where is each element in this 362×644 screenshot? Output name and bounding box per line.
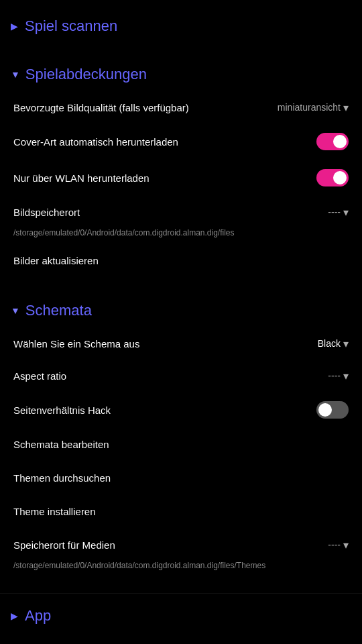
seitenverhaeltnis-hack-toggle[interactable] bbox=[316, 401, 349, 419]
spielabdeckungen-header[interactable]: ▼ Spielabdeckungen bbox=[0, 58, 362, 91]
schema-auswaehlen-value: Black bbox=[318, 338, 341, 349]
schema-auswaehlen-label: Wählen Sie ein Schema aus bbox=[13, 338, 318, 350]
schema-auswaehlen-dropdown-arrow: ▾ bbox=[343, 337, 349, 350]
spiel-scannen-section: ▶ Spiel scannen bbox=[0, 0, 362, 52]
spiel-scannen-title: Spiel scannen bbox=[25, 17, 117, 35]
bildspeicherort-value-container: ---- ▾ bbox=[328, 206, 349, 219]
bildqualitaet-label: Bevorzugte Bildqualität (falls verfügbar… bbox=[13, 102, 278, 113]
speicherort-medien-value: ---- bbox=[328, 539, 341, 550]
cover-art-row: Cover-Art automatisch herunterladen bbox=[0, 123, 362, 160]
cover-art-toggle[interactable] bbox=[316, 133, 349, 150]
schema-auswaehlen-row[interactable]: Wählen Sie ein Schema aus Black ▾ bbox=[0, 327, 362, 360]
schemata-title: Schemata bbox=[25, 302, 92, 319]
speicherort-medien-dropdown-arrow: ▾ bbox=[343, 539, 349, 551]
nur-wlan-toggle[interactable] bbox=[316, 169, 349, 186]
bildqualitaet-value: miniaturansicht bbox=[278, 102, 341, 113]
schemata-header[interactable]: ▼ Schemata bbox=[0, 294, 362, 327]
schemata-content: Wählen Sie ein Schema aus Black ▾ Aspect… bbox=[0, 327, 362, 582]
spielabdeckungen-section: ▼ Spielabdeckungen Bevorzugte Bildqualit… bbox=[0, 52, 362, 288]
themen-durchsuchen-label: Themen durchsuchen bbox=[13, 472, 111, 484]
spielabdeckungen-title: Spielabdeckungen bbox=[25, 66, 147, 83]
aspect-ratio-label: Aspect ratio bbox=[13, 370, 328, 382]
spielabdeckungen-arrow: ▼ bbox=[11, 69, 20, 80]
bildspeicherort-path: /storage/emulated/0/Android/data/com.dig… bbox=[0, 228, 362, 244]
schemata-bearbeiten-label: Schemata bearbeiten bbox=[13, 439, 109, 450]
app-header[interactable]: ▶ App bbox=[0, 593, 362, 638]
aspect-ratio-value: ---- bbox=[328, 370, 341, 381]
nur-wlan-label: Nur über WLAN herunterladen bbox=[13, 172, 316, 184]
bildqualitaet-row[interactable]: Bevorzugte Bildqualität (falls verfügbar… bbox=[0, 91, 362, 123]
speicherort-medien-path: /storage/emulated/0/Android/data/com.dig… bbox=[0, 561, 362, 577]
themen-durchsuchen-row[interactable]: Themen durchsuchen bbox=[0, 462, 362, 495]
aspect-ratio-value-container: ---- ▾ bbox=[328, 370, 349, 382]
schemata-section: ▼ Schemata Wählen Sie ein Schema aus Bla… bbox=[0, 288, 362, 588]
bildqualitaet-value-container: miniaturansicht ▾ bbox=[278, 101, 349, 114]
bildqualitaet-dropdown-arrow: ▾ bbox=[343, 101, 349, 114]
theme-installieren-row[interactable]: Theme installieren bbox=[0, 495, 362, 529]
schema-auswaehlen-value-container: Black ▾ bbox=[318, 337, 349, 350]
spiel-scannen-arrow: ▶ bbox=[11, 21, 18, 32]
nur-wlan-row: Nur über WLAN herunterladen bbox=[0, 160, 362, 196]
theme-installieren-label: Theme installieren bbox=[13, 506, 96, 517]
bildspeicherort-row[interactable]: Bildspeicherort ---- ▾ bbox=[0, 196, 362, 228]
app-arrow: ▶ bbox=[11, 610, 18, 621]
bilder-aktualisieren-label: Bilder aktualisieren bbox=[13, 255, 99, 266]
bilder-aktualisieren-row[interactable]: Bilder aktualisieren bbox=[0, 244, 362, 278]
aspect-ratio-row[interactable]: Aspect ratio ---- ▾ bbox=[0, 360, 362, 392]
speicherort-medien-value-container: ---- ▾ bbox=[328, 539, 349, 551]
bildspeicherort-value: ---- bbox=[328, 207, 341, 217]
seitenverhaeltnis-hack-label: Seitenverhältnis Hack bbox=[13, 405, 316, 416]
cover-art-label: Cover-Art automatisch herunterladen bbox=[13, 136, 316, 148]
bildspeicherort-label: Bildspeicherort bbox=[13, 207, 328, 218]
app-section: ▶ App bbox=[0, 588, 362, 643]
speicherort-medien-label: Speicherort für Medien bbox=[13, 539, 328, 551]
bildspeicherort-dropdown-arrow: ▾ bbox=[343, 206, 349, 219]
schemata-arrow: ▼ bbox=[11, 305, 20, 316]
aspect-ratio-dropdown-arrow: ▾ bbox=[343, 370, 349, 382]
spielabdeckungen-content: Bevorzugte Bildqualität (falls verfügbar… bbox=[0, 91, 362, 283]
seitenverhaeltnis-hack-row: Seitenverhältnis Hack bbox=[0, 392, 362, 428]
speicherort-medien-row[interactable]: Speicherort für Medien ---- ▾ bbox=[0, 529, 362, 561]
schemata-bearbeiten-row[interactable]: Schemata bearbeiten bbox=[0, 428, 362, 462]
spiel-scannen-header[interactable]: ▶ Spiel scannen bbox=[0, 5, 362, 47]
app-title: App bbox=[25, 607, 51, 625]
